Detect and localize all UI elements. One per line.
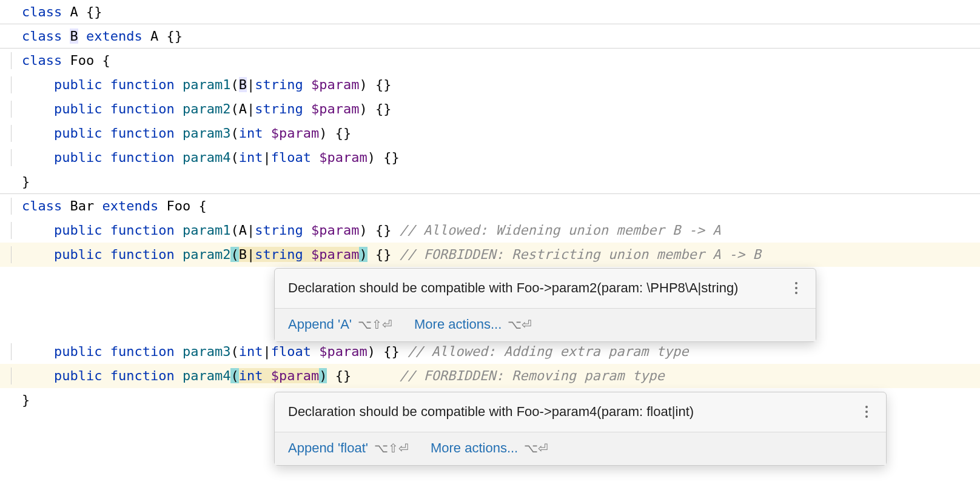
class-name: A (150, 29, 158, 44)
paren-open: ( (230, 344, 238, 359)
kebab-icon[interactable] (790, 282, 802, 294)
keyword-public: public (54, 150, 102, 165)
class-name: Foo (166, 198, 190, 213)
more-actions-link[interactable]: More actions... (414, 316, 502, 334)
fold-gutter[interactable] (11, 101, 17, 118)
keyword-class: class (22, 198, 62, 213)
more-actions-link[interactable]: More actions... (431, 440, 518, 457)
comment: // FORBIDDEN: Removing param type (400, 368, 665, 383)
fold-gutter[interactable] (11, 125, 17, 142)
inspection-text: Declaration should be compatible with Fo… (288, 280, 738, 297)
text: ) {} (359, 77, 391, 92)
kebab-icon[interactable] (861, 406, 873, 418)
text: ) {} (359, 101, 391, 116)
quickfix-append[interactable]: Append 'float' (288, 440, 368, 457)
code-line[interactable]: class B extends A {} (0, 24, 980, 49)
inspection-popup-param2: Declaration should be compatible with Fo… (274, 268, 816, 342)
fold-gutter[interactable] (11, 368, 17, 384)
code-line[interactable]: class Bar extends Foo { (0, 194, 980, 218)
type: B (239, 77, 247, 92)
text (263, 368, 270, 383)
comment: // FORBIDDEN: Restricting union member A… (400, 247, 761, 262)
function-name: param3 (183, 126, 230, 141)
keyword-public: public (54, 223, 102, 238)
shortcut-label: ⌥⏎ (508, 317, 532, 332)
keyword-public: public (54, 247, 102, 262)
keyword-function: function (110, 223, 175, 238)
type-warning: B (239, 247, 247, 262)
code-line[interactable]: public function param1(B|string $param) … (0, 73, 980, 97)
variable: $param (319, 150, 367, 165)
pipe: | (247, 223, 255, 238)
code-line[interactable]: class Foo { (0, 49, 980, 73)
type: int (239, 150, 263, 165)
code-line[interactable]: public function param3(int $param) {} (0, 121, 980, 146)
brace: } (22, 174, 30, 189)
variable: $param (311, 77, 359, 92)
code-line-warning[interactable]: public function param4(int $param) {} //… (0, 364, 980, 388)
variable: $param (319, 344, 367, 359)
variable: $param (271, 126, 319, 141)
fold-gutter[interactable] (11, 76, 17, 93)
inspection-actions: Append 'float' ⌥⇧⏎ More actions... ⌥⏎ (275, 432, 886, 466)
brace: { (190, 198, 207, 213)
class-name: A (70, 4, 78, 19)
keyword-function: function (110, 247, 175, 262)
pipe: | (247, 101, 255, 116)
brace: } (22, 392, 30, 408)
code-line[interactable]: public function param3(int|float $param)… (0, 340, 980, 364)
code-line[interactable]: } (0, 170, 980, 194)
keyword-public: public (54, 101, 102, 116)
fold-gutter[interactable] (11, 222, 17, 239)
inspection-popup-param4: Declaration should be compatible with Fo… (274, 392, 887, 466)
class-name: Foo (70, 53, 94, 68)
variable: $param (311, 223, 359, 238)
fold-gutter[interactable] (11, 246, 17, 263)
text: ) {} (368, 150, 400, 165)
keyword-public: public (54, 344, 102, 359)
code-line[interactable]: public function param1(A|string $param) … (0, 218, 980, 243)
fold-gutter[interactable] (11, 198, 17, 215)
keyword-function: function (110, 126, 175, 141)
pipe: | (263, 150, 270, 165)
shortcut-label: ⌥⇧⏎ (358, 317, 392, 332)
function-name: param4 (183, 150, 230, 165)
fold-gutter[interactable] (11, 343, 17, 360)
code-line[interactable]: public function param2(A|string $param) … (0, 97, 980, 121)
shortcut-label: ⌥⇧⏎ (374, 440, 409, 456)
type: string (255, 223, 303, 238)
quickfix-append[interactable]: Append 'A' (288, 316, 352, 334)
variable-warning: $param (271, 368, 319, 383)
text: ) {} (319, 126, 351, 141)
shortcut-label: ⌥⏎ (524, 440, 548, 456)
keyword-public: public (54, 126, 102, 141)
function-name: param1 (183, 223, 230, 238)
paren-open: ( (230, 77, 238, 92)
brace: { (94, 53, 110, 68)
pipe: | (263, 344, 270, 359)
keyword-public: public (54, 77, 102, 92)
type-warning: string (255, 247, 303, 262)
code-line[interactable]: public function param4(int|float $param)… (0, 146, 980, 170)
bracket-match: ( (230, 247, 238, 262)
code-line[interactable]: class A {} (0, 0, 980, 24)
type: A (239, 101, 247, 116)
bracket-match: ( (230, 368, 238, 383)
type: string (255, 77, 303, 92)
code-line-warning[interactable]: public function param2(B|string $param) … (0, 243, 980, 267)
function-name: param2 (183, 101, 230, 116)
inspection-message: Declaration should be compatible with Fo… (275, 269, 816, 308)
keyword-function: function (110, 77, 175, 92)
paren-open: ( (230, 223, 238, 238)
keyword-function: function (110, 150, 175, 165)
type: int (239, 126, 263, 141)
pipe: | (247, 77, 255, 92)
code-editor[interactable]: class A {} class B extends A {} class Fo… (0, 0, 980, 412)
text: ) {} (359, 223, 391, 238)
keyword-class: class (22, 29, 62, 44)
inspection-message: Declaration should be compatible with Fo… (275, 392, 886, 432)
fold-gutter[interactable] (11, 52, 17, 69)
text: {} (327, 368, 351, 383)
text: {} (78, 4, 102, 19)
fold-gutter[interactable] (11, 149, 17, 166)
